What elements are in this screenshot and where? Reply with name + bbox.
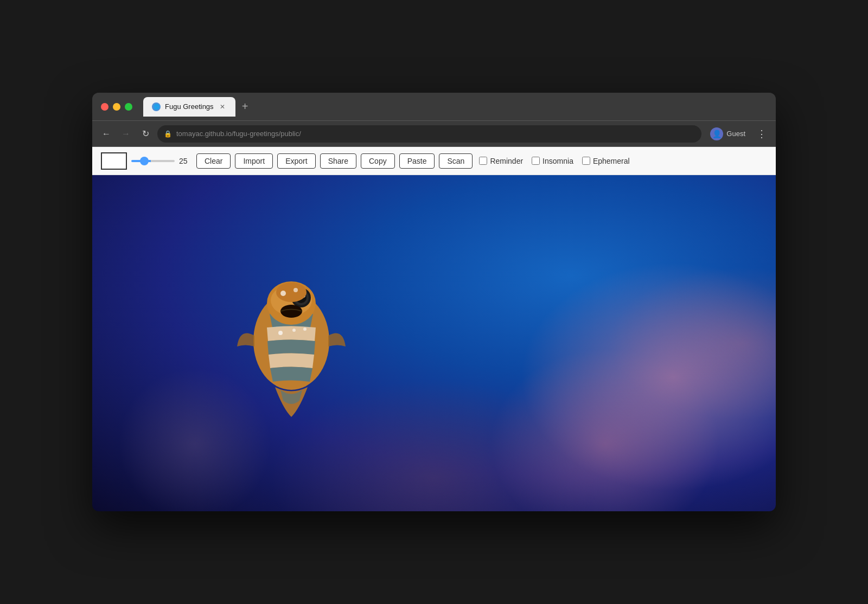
brush-size-slider[interactable] bbox=[131, 160, 175, 162]
svg-point-13 bbox=[276, 282, 307, 302]
canvas-area[interactable] bbox=[92, 175, 776, 511]
reload-button[interactable]: ↻ bbox=[138, 126, 153, 142]
share-button[interactable]: Share bbox=[320, 153, 356, 169]
svg-point-4 bbox=[278, 331, 283, 335]
import-button[interactable]: Import bbox=[235, 153, 273, 169]
profile-icon: 👤 bbox=[710, 127, 723, 140]
tab-close-button[interactable]: ✕ bbox=[218, 102, 227, 111]
traffic-lights bbox=[101, 103, 132, 111]
scan-button[interactable]: Scan bbox=[439, 153, 473, 169]
insomnia-checkbox[interactable] bbox=[532, 157, 540, 165]
maximize-window-button[interactable] bbox=[125, 103, 132, 111]
slider-value: 25 bbox=[179, 157, 192, 165]
browser-menu-button[interactable]: ⋮ bbox=[754, 126, 769, 142]
paste-button[interactable]: Paste bbox=[399, 153, 435, 169]
minimize-window-button[interactable] bbox=[113, 103, 120, 111]
svg-point-5 bbox=[303, 327, 307, 331]
copy-button[interactable]: Copy bbox=[361, 153, 395, 169]
reminder-label: Reminder bbox=[490, 157, 523, 165]
ephemeral-checkbox-label[interactable]: Ephemeral bbox=[582, 157, 630, 165]
address-text: tomayac.github.io/fugu-greetings/public/ bbox=[176, 130, 301, 138]
menu-icon: ⋮ bbox=[757, 128, 767, 140]
address-path: /fugu-greetings/public/ bbox=[232, 130, 301, 138]
profile-button[interactable]: 👤 Guest bbox=[706, 125, 750, 143]
slider-container: 25 bbox=[131, 157, 192, 165]
clear-button[interactable]: Clear bbox=[196, 153, 231, 169]
fish-scene bbox=[92, 175, 776, 511]
nav-bar: ← → ↻ 🔒 tomayac.github.io/fugu-greetings… bbox=[92, 121, 776, 147]
ephemeral-label: Ephemeral bbox=[593, 157, 630, 165]
color-swatch[interactable] bbox=[101, 152, 127, 170]
reminder-checkbox[interactable] bbox=[479, 157, 487, 165]
address-bar[interactable]: 🔒 tomayac.github.io/fugu-greetings/publi… bbox=[157, 125, 701, 143]
back-button[interactable]: ← bbox=[99, 126, 114, 142]
title-bar: 🌐 Fugu Greetings ✕ + bbox=[92, 93, 776, 121]
address-domain: tomayac.github.io bbox=[176, 130, 232, 138]
back-icon: ← bbox=[102, 129, 111, 139]
svg-point-14 bbox=[280, 291, 286, 296]
profile-label: Guest bbox=[726, 130, 745, 138]
svg-point-3 bbox=[292, 329, 296, 332]
tab-title: Fugu Greetings bbox=[165, 102, 214, 111]
coral-background bbox=[92, 175, 776, 511]
fish-illustration bbox=[215, 249, 367, 455]
forward-icon: → bbox=[122, 129, 130, 139]
app-toolbar: 25 Clear Import Export Share Copy Paste … bbox=[92, 147, 776, 175]
forward-button[interactable]: → bbox=[118, 126, 133, 142]
tab-bar: 🌐 Fugu Greetings ✕ + bbox=[143, 97, 767, 117]
active-tab[interactable]: 🌐 Fugu Greetings ✕ bbox=[143, 97, 235, 117]
lock-icon: 🔒 bbox=[164, 130, 172, 138]
new-tab-button[interactable]: + bbox=[238, 99, 253, 114]
close-window-button[interactable] bbox=[101, 103, 108, 111]
export-button[interactable]: Export bbox=[277, 153, 315, 169]
reminder-checkbox-label[interactable]: Reminder bbox=[479, 157, 523, 165]
svg-point-12 bbox=[280, 305, 302, 318]
insomnia-label: Insomnia bbox=[542, 157, 573, 165]
checkbox-group: Reminder Insomnia Ephemeral bbox=[479, 157, 629, 165]
browser-window: 🌐 Fugu Greetings ✕ + ← → ↻ 🔒 tomayac.git… bbox=[92, 93, 776, 511]
insomnia-checkbox-label[interactable]: Insomnia bbox=[532, 157, 573, 165]
svg-point-15 bbox=[293, 288, 298, 292]
ephemeral-checkbox[interactable] bbox=[582, 157, 590, 165]
tab-favicon: 🌐 bbox=[152, 102, 161, 111]
new-tab-icon: + bbox=[242, 100, 248, 113]
reload-icon: ↻ bbox=[142, 128, 149, 139]
